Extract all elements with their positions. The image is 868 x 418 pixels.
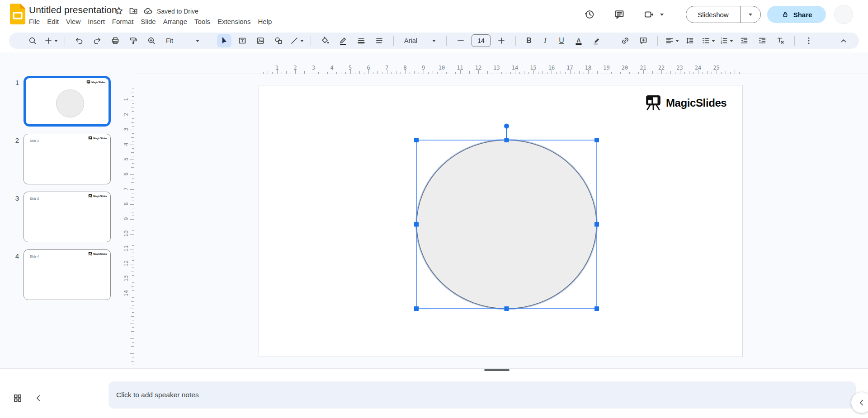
version-history-icon[interactable] <box>583 8 596 21</box>
border-color-button[interactable] <box>336 34 350 47</box>
menu-item-slide[interactable]: Slide <box>137 16 159 27</box>
meet-camera-icon[interactable] <box>643 8 656 21</box>
menu-item-arrange[interactable]: Arrange <box>160 16 191 27</box>
v-ruler-tick <box>130 338 134 339</box>
increase-indent-button[interactable] <box>755 34 769 47</box>
print-button[interactable] <box>108 34 123 47</box>
h-ruler-tick <box>405 70 406 74</box>
speaker-notes-placeholder: Click to add speaker notes <box>116 391 199 399</box>
slide-thumbnail-3[interactable]: Slide 3MagicSlides <box>24 192 111 242</box>
h-ruler-tick <box>483 72 483 74</box>
star-icon[interactable] <box>114 6 124 16</box>
v-ruler-tick <box>132 365 134 365</box>
collapse-toolbar-button[interactable] <box>836 34 851 47</box>
menu-item-extensions[interactable]: Extensions <box>214 16 254 27</box>
insert-image-button[interactable] <box>253 34 268 47</box>
zoom-select[interactable]: Fit <box>162 34 203 47</box>
toolbar-divider <box>657 36 658 46</box>
menu-item-help[interactable]: Help <box>254 16 275 27</box>
line-spacing-button[interactable] <box>683 34 697 47</box>
paint-format-button[interactable] <box>126 34 141 47</box>
highlight-color-button[interactable] <box>590 34 604 47</box>
insert-shape-button[interactable] <box>271 34 286 47</box>
clear-formatting-button[interactable] <box>773 34 788 47</box>
numbered-list-button[interactable]: 123 <box>719 34 733 47</box>
zoom-button[interactable] <box>144 34 159 47</box>
fill-color-button[interactable] <box>318 34 332 47</box>
h-ruler-tick <box>300 72 300 74</box>
share-button[interactable]: Share <box>767 6 826 23</box>
decrease-font-size-button[interactable] <box>453 34 468 47</box>
italic-button[interactable]: I <box>539 37 552 45</box>
text-color-button[interactable]: A <box>571 34 586 47</box>
h-ruler-tick <box>327 72 328 74</box>
border-weight-icon <box>357 36 366 45</box>
bulleted-list-button[interactable] <box>701 34 715 47</box>
border-color-icon <box>339 36 348 45</box>
border-weight-button[interactable] <box>354 34 368 47</box>
undo-button[interactable] <box>72 34 86 47</box>
text-box-button[interactable] <box>235 34 250 47</box>
chevron-left-icon <box>857 398 866 407</box>
slide-thumbnail-1[interactable]: MagicSlides <box>24 76 111 127</box>
h-ruler-tick <box>652 71 653 74</box>
v-ruler-tick <box>132 350 134 350</box>
add-comment-icon <box>639 36 648 45</box>
menu-item-file[interactable]: File <box>25 16 43 27</box>
add-comment-button[interactable] <box>636 34 651 47</box>
select-tool-icon <box>220 36 229 45</box>
move-folder-icon[interactable] <box>129 6 139 16</box>
h-ruler-tick <box>556 72 557 74</box>
menu-item-view[interactable]: View <box>62 16 84 27</box>
h-ruler-tick <box>721 72 722 74</box>
decrease-indent-button[interactable] <box>737 34 751 47</box>
cloud-saved-icon[interactable] <box>143 6 153 16</box>
underline-button[interactable]: U <box>555 37 568 45</box>
magicslides-brand: MagicSlides <box>645 95 726 111</box>
slide-thumbnail-4[interactable]: Slide 4MagicSlides <box>24 249 111 300</box>
slide-canvas[interactable]: MagicSlides <box>259 85 743 357</box>
v-ruler-tick <box>130 309 134 309</box>
v-ruler-tick <box>132 141 134 141</box>
menu-item-insert[interactable]: Insert <box>84 16 108 27</box>
insert-link-button[interactable] <box>618 34 632 47</box>
meet-caret-icon[interactable] <box>660 14 664 16</box>
v-ruler-tick <box>131 122 134 123</box>
slide-thumbnail-2[interactable]: Slide 2MagicSlides <box>24 134 111 184</box>
speaker-notes-input[interactable]: Click to add speaker notes <box>108 381 856 409</box>
font-family-select[interactable]: Arial <box>401 34 439 47</box>
google-slides-logo-icon[interactable] <box>10 4 25 24</box>
insert-line-button[interactable] <box>289 34 304 47</box>
v-ruler-tick <box>130 234 134 235</box>
increase-font-size-icon <box>497 36 506 45</box>
document-title[interactable]: Untitled presentation <box>29 5 117 15</box>
saved-status[interactable]: Saved to Drive <box>157 8 198 15</box>
chevron-down-icon <box>54 40 58 42</box>
sidebar-expand-button[interactable] <box>851 392 868 413</box>
notes-resize-handle[interactable] <box>484 369 509 371</box>
border-dash-button[interactable] <box>372 34 387 47</box>
slideshow-button[interactable]: Slideshow <box>686 6 740 23</box>
select-tool-button[interactable] <box>217 34 231 47</box>
collapse-filmstrip-icon[interactable] <box>33 393 43 403</box>
grid-view-icon[interactable] <box>12 392 24 404</box>
font-size-input[interactable]: 14 <box>472 34 491 47</box>
increase-indent-icon <box>758 36 767 45</box>
highlight-color-icon <box>592 36 601 45</box>
redo-button[interactable] <box>90 34 104 47</box>
align-button[interactable] <box>665 34 679 47</box>
menu-item-tools[interactable]: Tools <box>191 16 214 27</box>
menu-item-edit[interactable]: Edit <box>43 16 62 27</box>
account-avatar[interactable] <box>834 5 853 24</box>
slideshow-dropdown-button[interactable] <box>740 6 760 23</box>
bold-button[interactable]: B <box>523 37 535 45</box>
new-slide-button[interactable] <box>43 34 58 47</box>
h-ruler-tick <box>401 72 401 74</box>
more-options-button[interactable] <box>802 34 816 47</box>
v-ruler-tick <box>132 327 134 328</box>
increase-font-size-button[interactable] <box>494 34 509 47</box>
chevron-down-icon <box>300 40 304 42</box>
comments-icon[interactable] <box>613 8 626 21</box>
menu-item-format[interactable]: Format <box>108 16 137 27</box>
search-button[interactable] <box>25 34 40 47</box>
